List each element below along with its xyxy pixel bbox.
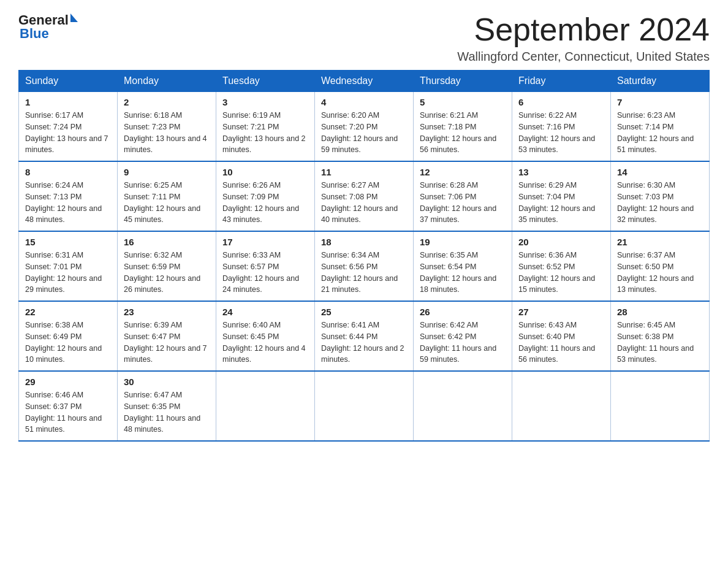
title-section: September 2024 Wallingford Center, Conne… xyxy=(457,12,710,64)
day-number: 5 xyxy=(420,97,506,107)
location-subtitle: Wallingford Center, Connecticut, United … xyxy=(457,50,710,64)
table-row: 9 Sunrise: 6:25 AMSunset: 7:11 PMDayligh… xyxy=(118,161,216,231)
day-info: Sunrise: 6:29 AMSunset: 7:04 PMDaylight:… xyxy=(518,180,604,226)
col-wednesday: Wednesday xyxy=(315,71,414,92)
table-row: 20 Sunrise: 6:36 AMSunset: 6:52 PMDaylig… xyxy=(512,231,611,301)
day-info: Sunrise: 6:39 AMSunset: 6:47 PMDaylight:… xyxy=(124,320,210,366)
day-number: 14 xyxy=(617,167,703,177)
day-info: Sunrise: 6:46 AMSunset: 6:37 PMDaylight:… xyxy=(25,389,111,435)
day-number: 12 xyxy=(420,167,506,177)
day-info: Sunrise: 6:20 AMSunset: 7:20 PMDaylight:… xyxy=(321,110,407,156)
calendar-week-row: 22 Sunrise: 6:38 AMSunset: 6:49 PMDaylig… xyxy=(19,301,710,371)
calendar-week-row: 29 Sunrise: 6:46 AMSunset: 6:37 PMDaylig… xyxy=(19,371,710,441)
day-info: Sunrise: 6:19 AMSunset: 7:21 PMDaylight:… xyxy=(222,110,308,156)
calendar-table: Sunday Monday Tuesday Wednesday Thursday… xyxy=(18,70,710,442)
table-row: 13 Sunrise: 6:29 AMSunset: 7:04 PMDaylig… xyxy=(512,161,611,231)
day-number: 13 xyxy=(518,167,604,177)
table-row: 7 Sunrise: 6:23 AMSunset: 7:14 PMDayligh… xyxy=(611,92,710,162)
day-info: Sunrise: 6:22 AMSunset: 7:16 PMDaylight:… xyxy=(518,110,604,156)
day-number: 8 xyxy=(25,167,111,177)
table-row xyxy=(414,371,512,441)
day-number: 3 xyxy=(222,97,308,107)
day-number: 10 xyxy=(222,167,308,177)
logo-triangle-icon xyxy=(70,13,78,22)
table-row: 23 Sunrise: 6:39 AMSunset: 6:47 PMDaylig… xyxy=(118,301,216,371)
table-row: 8 Sunrise: 6:24 AMSunset: 7:13 PMDayligh… xyxy=(19,161,118,231)
day-info: Sunrise: 6:36 AMSunset: 6:52 PMDaylight:… xyxy=(518,250,604,296)
day-info: Sunrise: 6:47 AMSunset: 6:35 PMDaylight:… xyxy=(124,389,210,435)
day-number: 15 xyxy=(25,237,111,247)
day-number: 28 xyxy=(617,307,703,317)
table-row: 24 Sunrise: 6:40 AMSunset: 6:45 PMDaylig… xyxy=(216,301,315,371)
table-row: 11 Sunrise: 6:27 AMSunset: 7:08 PMDaylig… xyxy=(315,161,414,231)
day-info: Sunrise: 6:26 AMSunset: 7:09 PMDaylight:… xyxy=(222,180,308,226)
day-info: Sunrise: 6:42 AMSunset: 6:42 PMDaylight:… xyxy=(420,320,506,366)
day-number: 27 xyxy=(518,307,604,317)
day-number: 30 xyxy=(124,377,210,387)
table-row: 5 Sunrise: 6:21 AMSunset: 7:18 PMDayligh… xyxy=(414,92,512,162)
day-info: Sunrise: 6:37 AMSunset: 6:50 PMDaylight:… xyxy=(617,250,703,296)
col-friday: Friday xyxy=(512,71,611,92)
day-info: Sunrise: 6:27 AMSunset: 7:08 PMDaylight:… xyxy=(321,180,407,226)
table-row: 30 Sunrise: 6:47 AMSunset: 6:35 PMDaylig… xyxy=(118,371,216,441)
table-row: 15 Sunrise: 6:31 AMSunset: 7:01 PMDaylig… xyxy=(19,231,118,301)
day-number: 19 xyxy=(420,237,506,247)
day-number: 6 xyxy=(518,97,604,107)
day-info: Sunrise: 6:23 AMSunset: 7:14 PMDaylight:… xyxy=(617,110,703,156)
day-number: 2 xyxy=(124,97,210,107)
day-info: Sunrise: 6:35 AMSunset: 6:54 PMDaylight:… xyxy=(420,250,506,296)
day-number: 23 xyxy=(124,307,210,317)
day-info: Sunrise: 6:38 AMSunset: 6:49 PMDaylight:… xyxy=(25,320,111,366)
table-row xyxy=(315,371,414,441)
day-number: 16 xyxy=(124,237,210,247)
table-row: 16 Sunrise: 6:32 AMSunset: 6:59 PMDaylig… xyxy=(118,231,216,301)
day-number: 25 xyxy=(321,307,407,317)
table-row: 27 Sunrise: 6:43 AMSunset: 6:40 PMDaylig… xyxy=(512,301,611,371)
table-row: 25 Sunrise: 6:41 AMSunset: 6:44 PMDaylig… xyxy=(315,301,414,371)
day-info: Sunrise: 6:33 AMSunset: 6:57 PMDaylight:… xyxy=(222,250,308,296)
day-number: 1 xyxy=(25,97,111,107)
calendar-week-row: 1 Sunrise: 6:17 AMSunset: 7:24 PMDayligh… xyxy=(19,92,710,162)
logo-text-blue: Blue xyxy=(20,26,49,42)
table-row: 21 Sunrise: 6:37 AMSunset: 6:50 PMDaylig… xyxy=(611,231,710,301)
day-number: 29 xyxy=(25,377,111,387)
day-info: Sunrise: 6:34 AMSunset: 6:56 PMDaylight:… xyxy=(321,250,407,296)
day-info: Sunrise: 6:32 AMSunset: 6:59 PMDaylight:… xyxy=(124,250,210,296)
table-row: 12 Sunrise: 6:28 AMSunset: 7:06 PMDaylig… xyxy=(414,161,512,231)
day-info: Sunrise: 6:31 AMSunset: 7:01 PMDaylight:… xyxy=(25,250,111,296)
day-info: Sunrise: 6:41 AMSunset: 6:44 PMDaylight:… xyxy=(321,320,407,366)
day-number: 9 xyxy=(124,167,210,177)
table-row: 26 Sunrise: 6:42 AMSunset: 6:42 PMDaylig… xyxy=(414,301,512,371)
logo: General Blue xyxy=(18,12,78,42)
table-row: 19 Sunrise: 6:35 AMSunset: 6:54 PMDaylig… xyxy=(414,231,512,301)
table-row xyxy=(611,371,710,441)
day-number: 7 xyxy=(617,97,703,107)
day-info: Sunrise: 6:40 AMSunset: 6:45 PMDaylight:… xyxy=(222,320,308,366)
day-number: 24 xyxy=(222,307,308,317)
table-row: 6 Sunrise: 6:22 AMSunset: 7:16 PMDayligh… xyxy=(512,92,611,162)
day-number: 22 xyxy=(25,307,111,317)
day-info: Sunrise: 6:24 AMSunset: 7:13 PMDaylight:… xyxy=(25,180,111,226)
day-info: Sunrise: 6:21 AMSunset: 7:18 PMDaylight:… xyxy=(420,110,506,156)
table-row: 1 Sunrise: 6:17 AMSunset: 7:24 PMDayligh… xyxy=(19,92,118,162)
day-number: 20 xyxy=(518,237,604,247)
day-number: 18 xyxy=(321,237,407,247)
table-row xyxy=(216,371,315,441)
table-row: 14 Sunrise: 6:30 AMSunset: 7:03 PMDaylig… xyxy=(611,161,710,231)
page-header: General Blue September 2024 Wallingford … xyxy=(18,12,710,64)
day-info: Sunrise: 6:30 AMSunset: 7:03 PMDaylight:… xyxy=(617,180,703,226)
day-info: Sunrise: 6:17 AMSunset: 7:24 PMDaylight:… xyxy=(25,110,111,156)
table-row: 18 Sunrise: 6:34 AMSunset: 6:56 PMDaylig… xyxy=(315,231,414,301)
day-number: 26 xyxy=(420,307,506,317)
day-info: Sunrise: 6:18 AMSunset: 7:23 PMDaylight:… xyxy=(124,110,210,156)
table-row: 22 Sunrise: 6:38 AMSunset: 6:49 PMDaylig… xyxy=(19,301,118,371)
col-monday: Monday xyxy=(118,71,216,92)
day-number: 11 xyxy=(321,167,407,177)
day-info: Sunrise: 6:28 AMSunset: 7:06 PMDaylight:… xyxy=(420,180,506,226)
calendar-week-row: 15 Sunrise: 6:31 AMSunset: 7:01 PMDaylig… xyxy=(19,231,710,301)
table-row: 17 Sunrise: 6:33 AMSunset: 6:57 PMDaylig… xyxy=(216,231,315,301)
table-row: 4 Sunrise: 6:20 AMSunset: 7:20 PMDayligh… xyxy=(315,92,414,162)
col-sunday: Sunday xyxy=(19,71,118,92)
day-number: 21 xyxy=(617,237,703,247)
month-title: September 2024 xyxy=(457,12,710,47)
